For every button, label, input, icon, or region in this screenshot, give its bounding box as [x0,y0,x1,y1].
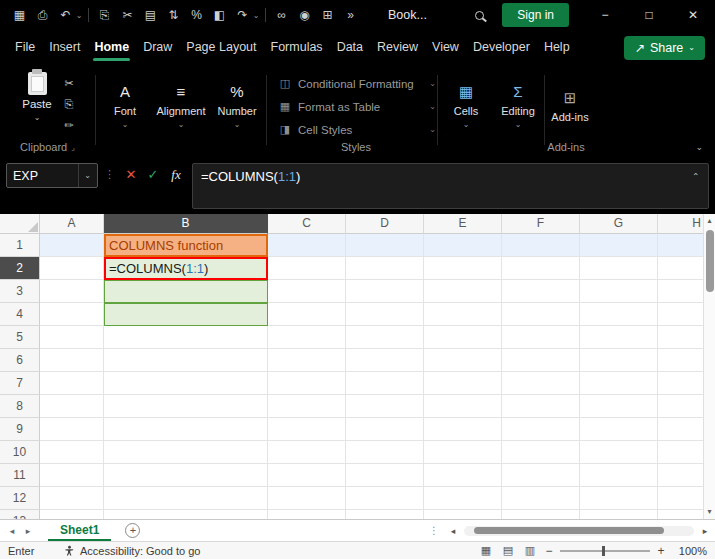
row-header-8[interactable]: 8 [0,395,40,418]
row-header-11[interactable]: 11 [0,464,40,487]
cell-e9[interactable] [424,418,502,441]
row-header-12[interactable]: 12 [0,487,40,510]
row-header-2[interactable]: 2 [0,257,40,280]
horizontal-scrollbar[interactable] [464,526,694,536]
percent-style-button[interactable]: % [185,8,208,22]
row-header-1[interactable]: 1 [0,234,40,257]
grip-icon[interactable]: ⋮ [104,168,115,181]
format-as-table-button[interactable]: ▦Format as Table⌄ [278,98,436,115]
maximize-button[interactable]: □ [627,0,671,30]
cell-a9[interactable] [40,418,104,441]
name-box[interactable]: EXP ⌄ [6,163,98,188]
cell-c6[interactable] [268,349,346,372]
share-button[interactable]: ↗ Share ⌄ [624,36,705,60]
cancel-button[interactable]: ✕ [120,167,142,182]
enter-button[interactable]: ✓ [142,167,164,182]
cell-b13[interactable] [104,510,268,519]
more-commands-button[interactable]: » [339,8,362,22]
column-header-a[interactable]: A [40,214,104,234]
row-header-13[interactable]: 13 [0,510,40,519]
cell-b10[interactable] [104,441,268,464]
copy-button[interactable]: ⎘ [60,98,78,111]
tab-review[interactable]: Review [370,30,425,65]
cell-f13[interactable] [502,510,580,519]
cell-e4[interactable] [424,303,502,326]
column-header-e[interactable]: E [424,214,502,234]
cell-f2[interactable] [502,257,580,280]
redo-dropdown-chevron[interactable]: ⌄ [251,11,261,20]
new-sheet-button[interactable]: + [125,523,140,538]
hscroll-left-arrow[interactable]: ◂ [447,526,459,536]
select-all-button[interactable] [0,214,40,234]
tab-developer[interactable]: Developer [466,30,537,65]
vertical-scroll-thumb[interactable] [706,230,714,292]
cell-e7[interactable] [424,372,502,395]
cell-c12[interactable] [268,487,346,510]
group-add-ins[interactable]: ⊞Add-ins [544,72,596,138]
cell-c4[interactable] [268,303,346,326]
paste-button[interactable]: Paste ⌄ [16,72,58,136]
sort-filter-button[interactable]: ⇅ [162,8,185,22]
cell-g13[interactable] [580,510,658,519]
cell-h9[interactable] [658,418,703,441]
cell-b2[interactable]: =COLUMNS(1:1) [104,257,268,280]
cell-e8[interactable] [424,395,502,418]
table-button[interactable]: ⊞ [316,8,339,22]
cell-a11[interactable] [40,464,104,487]
cell-c5[interactable] [268,326,346,349]
tab-data[interactable]: Data [330,30,370,65]
cell-b9[interactable] [104,418,268,441]
cell-d12[interactable] [346,487,424,510]
tab-draw[interactable]: Draw [136,30,179,65]
cell-g10[interactable] [580,441,658,464]
group-editing[interactable]: ΣEditing⌄ [492,72,544,138]
cell-g11[interactable] [580,464,658,487]
cell-d2[interactable] [346,257,424,280]
page-layout-view-button[interactable]: ▤ [497,544,519,557]
tab-page-layout[interactable]: Page Layout [179,30,263,65]
format-painter-button[interactable]: ✏ [60,119,78,132]
cell-h13[interactable] [658,510,703,519]
cell-h8[interactable] [658,395,703,418]
cell-a7[interactable] [40,372,104,395]
tab-home[interactable]: Home [87,30,136,65]
close-button[interactable]: ✕ [671,0,715,30]
row-header-6[interactable]: 6 [0,349,40,372]
cell-d3[interactable] [346,280,424,303]
cell-c10[interactable] [268,441,346,464]
cell-e10[interactable] [424,441,502,464]
normal-view-button[interactable]: ▦ [475,544,497,557]
cell-e6[interactable] [424,349,502,372]
cell-e11[interactable] [424,464,502,487]
cell-g1[interactable] [580,234,658,257]
cell-d9[interactable] [346,418,424,441]
cell-d4[interactable] [346,303,424,326]
cell-a10[interactable] [40,441,104,464]
chevron-down-icon[interactable]: ⌄ [78,164,91,187]
vertical-scrollbar[interactable]: ▴ ▾ [703,214,715,519]
cell-f12[interactable] [502,487,580,510]
cell-b6[interactable] [104,349,268,372]
cell-d8[interactable] [346,395,424,418]
cell-f3[interactable] [502,280,580,303]
cell-c3[interactable] [268,280,346,303]
cell-h11[interactable] [658,464,703,487]
cell-h3[interactable] [658,280,703,303]
cell-f6[interactable] [502,349,580,372]
cell-a1[interactable] [40,234,104,257]
cell-d11[interactable] [346,464,424,487]
cell-c8[interactable] [268,395,346,418]
sign-in-button[interactable]: Sign in [502,3,569,27]
cell-g7[interactable] [580,372,658,395]
picture-button[interactable]: ▤ [139,8,162,22]
cell-d7[interactable] [346,372,424,395]
cell-d5[interactable] [346,326,424,349]
cell-a2[interactable] [40,257,104,280]
zoom-level[interactable]: 100% [669,545,707,557]
camera-button[interactable]: ◉ [293,8,316,22]
cell-e2[interactable] [424,257,502,280]
dialog-launcher-icon[interactable]: ⌟ [71,143,75,152]
tab-help[interactable]: Help [537,30,577,65]
cell-f4[interactable] [502,303,580,326]
cell-h6[interactable] [658,349,703,372]
